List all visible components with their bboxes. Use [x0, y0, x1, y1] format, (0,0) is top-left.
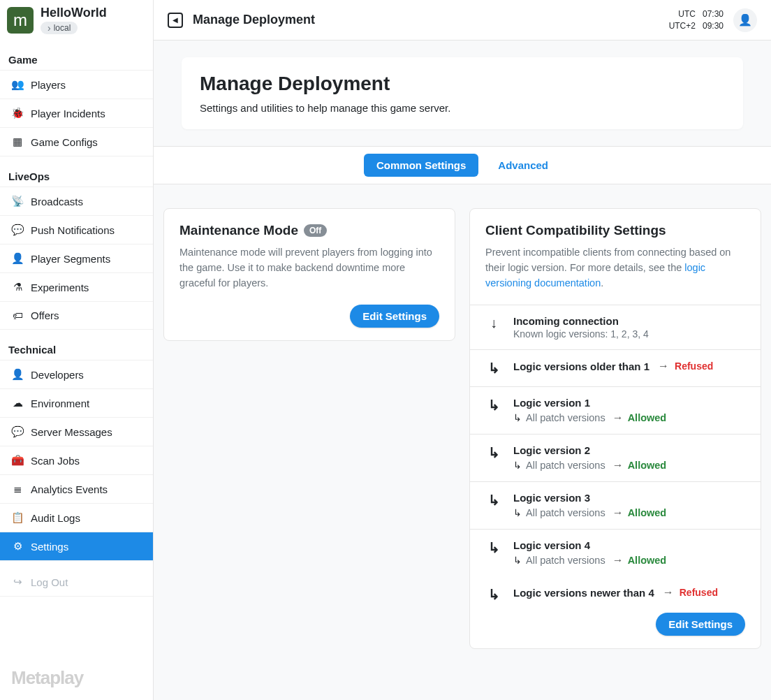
content: Manage Deployment Settings and utilities…: [154, 41, 771, 700]
sidebar-item-player-incidents[interactable]: 🐞Player Incidents: [0, 99, 153, 128]
sidebar-logout[interactable]: ↪ Log Out: [0, 568, 153, 597]
sidebar-item-label: Players: [31, 79, 66, 91]
logout-icon: ↪: [10, 576, 25, 588]
maintenance-edit-button[interactable]: Edit Settings: [350, 305, 439, 328]
arrow-reply-icon: ↳: [513, 555, 522, 566]
status-refused: Refused: [675, 360, 713, 372]
sidebar-item-push-notifications[interactable]: 💬Push Notifications: [0, 216, 153, 245]
sidebar-item-environment[interactable]: ☁Environment: [0, 389, 153, 418]
arrow-reply-icon: ↳: [485, 360, 502, 377]
audit-logs-icon: 📋: [10, 511, 25, 524]
sidebar-item-audit-logs[interactable]: 📋Audit Logs: [0, 504, 153, 532]
logic-version-row: ↳Logic version 4↳All patch versions→Allo…: [470, 530, 761, 576]
arrow-reply-icon: ↳: [513, 460, 522, 471]
players-icon: 👥: [10, 78, 25, 91]
sidebar-item-player-segments[interactable]: 👤Player Segments: [0, 245, 153, 273]
status-allowed: Allowed: [628, 460, 667, 471]
tabs: Common Settings Advanced: [154, 147, 771, 184]
environment-icon: ☁: [10, 397, 25, 409]
sidebar-item-experiments[interactable]: ⚗Experiments: [0, 273, 153, 302]
app-name: HelloWorld: [41, 6, 107, 20]
user-avatar[interactable]: 👤: [733, 8, 757, 32]
logic-version-row: ↳Logic version 2↳All patch versions→Allo…: [470, 435, 761, 482]
tab-advanced[interactable]: Advanced: [485, 154, 561, 177]
push-notifications-icon: 💬: [10, 224, 25, 236]
player-incidents-icon: 🐞: [10, 107, 25, 119]
sidebar-item-offers[interactable]: 🏷Offers: [0, 302, 153, 330]
sidebar-section-title: Technical: [0, 330, 153, 360]
app-logo: m: [7, 7, 34, 34]
status-allowed: Allowed: [628, 507, 667, 518]
sidebar-item-developers[interactable]: 👤Developers: [0, 360, 153, 389]
sidebar-item-label: Environment: [31, 398, 89, 409]
compat-card: Client Compatibility Settings Prevent in…: [469, 208, 761, 649]
hero-card: Manage Deployment Settings and utilities…: [182, 57, 743, 129]
arrow-reply-icon: ↳: [485, 539, 502, 556]
sidebar-item-broadcasts[interactable]: 📡Broadcasts: [0, 187, 153, 216]
offers-icon: 🏷: [10, 309, 25, 321]
arrow-reply-icon: ↳: [513, 412, 522, 423]
arrow-right-icon: →: [612, 554, 624, 567]
logout-label: Log Out: [31, 576, 68, 588]
sidebar-item-label: Push Notifications: [31, 224, 115, 236]
arrow-right-icon: →: [658, 360, 669, 372]
sidebar-item-label: Player Segments: [31, 253, 110, 265]
page-title: Manage Deployment: [200, 73, 725, 95]
time-display: UTC07:30 UTC+209:30: [669, 8, 724, 32]
sidebar-item-settings[interactable]: ⚙Settings: [0, 532, 153, 561]
tab-common-settings[interactable]: Common Settings: [364, 154, 478, 177]
game-configs-icon: ▦: [10, 136, 25, 148]
compat-list: ↓ Incoming connection Known logic versio…: [470, 305, 761, 613]
sidebar-item-label: Scan Jobs: [31, 455, 80, 467]
incoming-connection-row: ↓ Incoming connection Known logic versio…: [470, 305, 761, 350]
arrow-reply-icon: ↳: [485, 492, 502, 509]
sidebar-item-game-configs[interactable]: ▦Game Configs: [0, 128, 153, 156]
arrow-right-icon: →: [612, 459, 624, 472]
maintenance-card: Maintenance Mode Off Maintenance mode wi…: [163, 208, 455, 341]
main: ◀ Manage Deployment UTC07:30 UTC+209:30 …: [154, 0, 771, 700]
older-versions-row: ↳ Logic versions older than 1 → Refused: [470, 350, 761, 387]
logic-version-row: ↳Logic version 1↳All patch versions→Allo…: [470, 387, 761, 435]
settings-icon: ⚙: [10, 540, 25, 553]
topbar-title: Manage Deployment: [193, 13, 315, 27]
sidebar-item-server-messages[interactable]: 💬Server Messages: [0, 418, 153, 446]
arrow-down-icon: ↓: [485, 315, 502, 331]
sidebar-item-players[interactable]: 👥Players: [0, 70, 153, 99]
sidebar-item-label: Server Messages: [31, 426, 112, 438]
sidebar-item-label: Game Configs: [31, 136, 98, 148]
arrow-reply-icon: ↳: [485, 444, 502, 461]
page-desc: Settings and utilities to help manage th…: [200, 102, 725, 114]
newer-versions-row: ↳ Logic versions newer than 4 → Refused: [470, 576, 761, 613]
sidebar: m HelloWorld local Game👥Players🐞Player I…: [0, 0, 154, 700]
experiments-icon: ⚗: [10, 281, 25, 293]
maintenance-badge: Off: [304, 224, 327, 237]
env-badge[interactable]: local: [41, 22, 78, 34]
analytics-events-icon: ≣: [10, 483, 25, 495]
logic-version-row: ↳Logic version 3↳All patch versions→Allo…: [470, 482, 761, 530]
scan-jobs-icon: 🧰: [10, 454, 25, 467]
arrow-reply-icon: ↳: [485, 586, 502, 603]
maintenance-desc: Maintenance mode will prevent players fr…: [179, 245, 439, 291]
developers-icon: 👤: [10, 368, 25, 381]
collapse-sidebar-icon[interactable]: ◀: [168, 13, 183, 28]
sidebar-item-label: Offers: [31, 309, 59, 321]
status-allowed: Allowed: [628, 412, 667, 423]
arrow-reply-icon: ↳: [485, 397, 502, 414]
sidebar-item-label: Audit Logs: [31, 512, 80, 524]
sidebar-section-title: Game: [0, 40, 153, 70]
sidebar-header: m HelloWorld local: [0, 0, 153, 40]
arrow-right-icon: →: [663, 586, 674, 599]
arrow-right-icon: →: [612, 411, 624, 424]
compat-edit-button[interactable]: Edit Settings: [656, 613, 745, 636]
sidebar-item-label: Experiments: [31, 282, 89, 293]
sidebar-section-title: LiveOps: [0, 156, 153, 187]
arrow-right-icon: →: [612, 506, 624, 519]
player-segments-icon: 👤: [10, 252, 25, 265]
maintenance-title: Maintenance Mode: [179, 223, 298, 238]
server-messages-icon: 💬: [10, 425, 25, 438]
sidebar-item-analytics-events[interactable]: ≣Analytics Events: [0, 475, 153, 504]
sidebar-brand: Metaplay: [0, 656, 153, 700]
topbar: ◀ Manage Deployment UTC07:30 UTC+209:30 …: [154, 0, 771, 41]
compat-title: Client Compatibility Settings: [485, 223, 745, 238]
sidebar-item-scan-jobs[interactable]: 🧰Scan Jobs: [0, 446, 153, 475]
